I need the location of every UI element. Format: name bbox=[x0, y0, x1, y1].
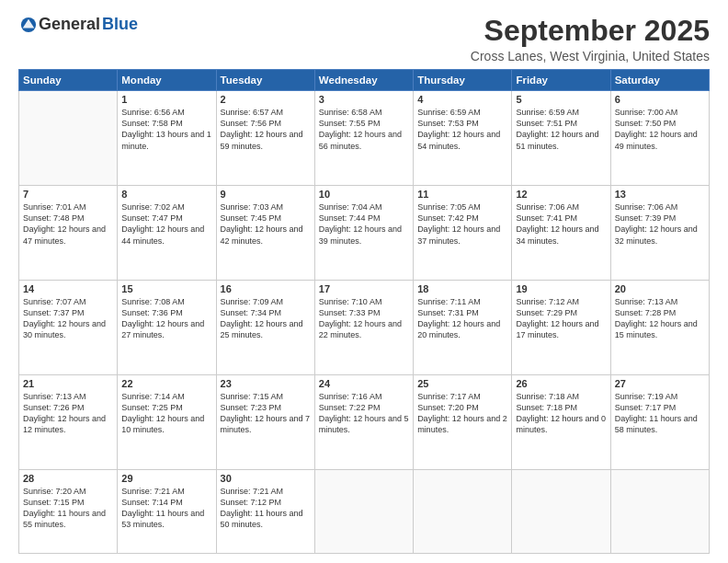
cell-sun-info: Sunrise: 7:13 AM Sunset: 7:28 PM Dayligh… bbox=[615, 296, 705, 341]
cell-sun-info: Sunrise: 7:18 AM Sunset: 7:18 PM Dayligh… bbox=[516, 391, 606, 436]
day-number: 1 bbox=[121, 94, 211, 105]
day-number: 26 bbox=[516, 378, 606, 389]
table-row: 27Sunrise: 7:19 AM Sunset: 7:17 PM Dayli… bbox=[610, 374, 709, 469]
table-row: 14Sunrise: 7:07 AM Sunset: 7:37 PM Dayli… bbox=[19, 280, 118, 374]
day-number: 25 bbox=[417, 378, 507, 389]
day-number: 21 bbox=[23, 378, 113, 389]
table-row: 25Sunrise: 7:17 AM Sunset: 7:20 PM Dayli… bbox=[414, 374, 512, 469]
table-row: 13Sunrise: 7:06 AM Sunset: 7:39 PM Dayli… bbox=[610, 186, 709, 281]
day-number: 2 bbox=[221, 94, 311, 105]
calendar-header-row: Sunday Monday Tuesday Wednesday Thursday… bbox=[19, 70, 710, 91]
cell-sun-info: Sunrise: 7:01 AM Sunset: 7:48 PM Dayligh… bbox=[23, 201, 113, 247]
cell-sun-info: Sunrise: 7:03 AM Sunset: 7:45 PM Dayligh… bbox=[221, 201, 311, 247]
table-row bbox=[414, 469, 512, 553]
table-row: 3Sunrise: 6:58 AM Sunset: 7:55 PM Daylig… bbox=[314, 91, 413, 186]
table-row: 15Sunrise: 7:08 AM Sunset: 7:36 PM Dayli… bbox=[118, 280, 216, 374]
col-wednesday: Wednesday bbox=[314, 70, 413, 91]
table-row bbox=[512, 469, 610, 553]
cell-sun-info: Sunrise: 7:13 AM Sunset: 7:26 PM Dayligh… bbox=[23, 391, 113, 436]
day-number: 14 bbox=[23, 283, 113, 294]
day-number: 19 bbox=[516, 283, 606, 294]
day-number: 8 bbox=[121, 189, 211, 200]
calendar-table: Sunday Monday Tuesday Wednesday Thursday… bbox=[18, 69, 710, 554]
cell-sun-info: Sunrise: 7:05 AM Sunset: 7:42 PM Dayligh… bbox=[417, 201, 507, 247]
table-row: 28Sunrise: 7:20 AM Sunset: 7:15 PM Dayli… bbox=[19, 469, 118, 553]
col-saturday: Saturday bbox=[610, 70, 709, 91]
day-number: 9 bbox=[221, 189, 311, 200]
table-row: 8Sunrise: 7:02 AM Sunset: 7:47 PM Daylig… bbox=[118, 186, 216, 281]
title-block: September 2025 Cross Lanes, West Virgini… bbox=[471, 15, 710, 63]
table-row bbox=[610, 469, 709, 553]
table-row: 19Sunrise: 7:12 AM Sunset: 7:29 PM Dayli… bbox=[512, 280, 610, 374]
day-number: 4 bbox=[417, 94, 507, 105]
day-number: 13 bbox=[615, 189, 705, 200]
cell-sun-info: Sunrise: 7:15 AM Sunset: 7:23 PM Dayligh… bbox=[221, 391, 311, 436]
logo-general-text: General bbox=[39, 15, 100, 34]
table-row: 26Sunrise: 7:18 AM Sunset: 7:18 PM Dayli… bbox=[512, 374, 610, 469]
day-number: 29 bbox=[121, 473, 211, 484]
table-row: 11Sunrise: 7:05 AM Sunset: 7:42 PM Dayli… bbox=[414, 186, 512, 281]
cell-sun-info: Sunrise: 7:10 AM Sunset: 7:33 PM Dayligh… bbox=[319, 296, 409, 341]
day-number: 30 bbox=[221, 473, 311, 484]
cell-sun-info: Sunrise: 7:06 AM Sunset: 7:39 PM Dayligh… bbox=[615, 201, 705, 247]
cell-sun-info: Sunrise: 7:00 AM Sunset: 7:50 PM Dayligh… bbox=[615, 107, 705, 152]
cell-sun-info: Sunrise: 7:21 AM Sunset: 7:12 PM Dayligh… bbox=[221, 486, 311, 531]
month-title: September 2025 bbox=[471, 15, 710, 47]
table-row: 10Sunrise: 7:04 AM Sunset: 7:44 PM Dayli… bbox=[314, 186, 413, 281]
cell-sun-info: Sunrise: 7:12 AM Sunset: 7:29 PM Dayligh… bbox=[516, 296, 606, 341]
day-number: 27 bbox=[615, 378, 705, 389]
cell-sun-info: Sunrise: 7:02 AM Sunset: 7:47 PM Dayligh… bbox=[121, 201, 211, 247]
table-row: 29Sunrise: 7:21 AM Sunset: 7:14 PM Dayli… bbox=[118, 469, 216, 553]
day-number: 6 bbox=[615, 94, 705, 105]
col-friday: Friday bbox=[512, 70, 610, 91]
cell-sun-info: Sunrise: 7:19 AM Sunset: 7:17 PM Dayligh… bbox=[615, 391, 705, 436]
cell-sun-info: Sunrise: 7:06 AM Sunset: 7:41 PM Dayligh… bbox=[516, 201, 606, 247]
day-number: 11 bbox=[417, 189, 507, 200]
day-number: 3 bbox=[319, 94, 409, 105]
logo: GeneralBlue bbox=[18, 15, 138, 34]
cell-sun-info: Sunrise: 6:57 AM Sunset: 7:56 PM Dayligh… bbox=[221, 107, 311, 152]
table-row: 20Sunrise: 7:13 AM Sunset: 7:28 PM Dayli… bbox=[610, 280, 709, 374]
day-number: 5 bbox=[516, 94, 606, 105]
cell-sun-info: Sunrise: 6:59 AM Sunset: 7:51 PM Dayligh… bbox=[516, 107, 606, 152]
table-row: 7Sunrise: 7:01 AM Sunset: 7:48 PM Daylig… bbox=[19, 186, 118, 281]
day-number: 7 bbox=[23, 189, 113, 200]
location: Cross Lanes, West Virginia, United State… bbox=[471, 49, 710, 63]
logo-blue-text: Blue bbox=[102, 15, 138, 34]
day-number: 22 bbox=[121, 378, 211, 389]
day-number: 10 bbox=[319, 189, 409, 200]
logo-icon bbox=[20, 17, 37, 33]
day-number: 20 bbox=[615, 283, 705, 294]
table-row bbox=[314, 469, 413, 553]
table-row: 24Sunrise: 7:16 AM Sunset: 7:22 PM Dayli… bbox=[314, 374, 413, 469]
col-sunday: Sunday bbox=[19, 70, 118, 91]
table-row: 22Sunrise: 7:14 AM Sunset: 7:25 PM Dayli… bbox=[118, 374, 216, 469]
table-row: 2Sunrise: 6:57 AM Sunset: 7:56 PM Daylig… bbox=[216, 91, 314, 186]
cell-sun-info: Sunrise: 7:11 AM Sunset: 7:31 PM Dayligh… bbox=[417, 296, 507, 341]
cell-sun-info: Sunrise: 7:21 AM Sunset: 7:14 PM Dayligh… bbox=[121, 486, 211, 531]
table-row: 1Sunrise: 6:56 AM Sunset: 7:58 PM Daylig… bbox=[118, 91, 216, 186]
table-row: 12Sunrise: 7:06 AM Sunset: 7:41 PM Dayli… bbox=[512, 186, 610, 281]
table-row: 21Sunrise: 7:13 AM Sunset: 7:26 PM Dayli… bbox=[19, 374, 118, 469]
table-row: 23Sunrise: 7:15 AM Sunset: 7:23 PM Dayli… bbox=[216, 374, 314, 469]
table-row: 4Sunrise: 6:59 AM Sunset: 7:53 PM Daylig… bbox=[414, 91, 512, 186]
day-number: 16 bbox=[221, 283, 311, 294]
col-tuesday: Tuesday bbox=[216, 70, 314, 91]
cell-sun-info: Sunrise: 7:09 AM Sunset: 7:34 PM Dayligh… bbox=[221, 296, 311, 341]
page: GeneralBlue September 2025 Cross Lanes, … bbox=[0, 0, 728, 563]
day-number: 17 bbox=[319, 283, 409, 294]
day-number: 24 bbox=[319, 378, 409, 389]
day-number: 15 bbox=[121, 283, 211, 294]
header: GeneralBlue September 2025 Cross Lanes, … bbox=[18, 15, 710, 63]
table-row: 17Sunrise: 7:10 AM Sunset: 7:33 PM Dayli… bbox=[314, 280, 413, 374]
table-row: 16Sunrise: 7:09 AM Sunset: 7:34 PM Dayli… bbox=[216, 280, 314, 374]
col-monday: Monday bbox=[118, 70, 216, 91]
cell-sun-info: Sunrise: 7:14 AM Sunset: 7:25 PM Dayligh… bbox=[121, 391, 211, 436]
table-row: 30Sunrise: 7:21 AM Sunset: 7:12 PM Dayli… bbox=[216, 469, 314, 553]
table-row: 18Sunrise: 7:11 AM Sunset: 7:31 PM Dayli… bbox=[414, 280, 512, 374]
cell-sun-info: Sunrise: 6:58 AM Sunset: 7:55 PM Dayligh… bbox=[319, 107, 409, 152]
table-row: 9Sunrise: 7:03 AM Sunset: 7:45 PM Daylig… bbox=[216, 186, 314, 281]
cell-sun-info: Sunrise: 7:20 AM Sunset: 7:15 PM Dayligh… bbox=[23, 486, 113, 531]
day-number: 23 bbox=[221, 378, 311, 389]
cell-sun-info: Sunrise: 7:08 AM Sunset: 7:36 PM Dayligh… bbox=[121, 296, 211, 341]
